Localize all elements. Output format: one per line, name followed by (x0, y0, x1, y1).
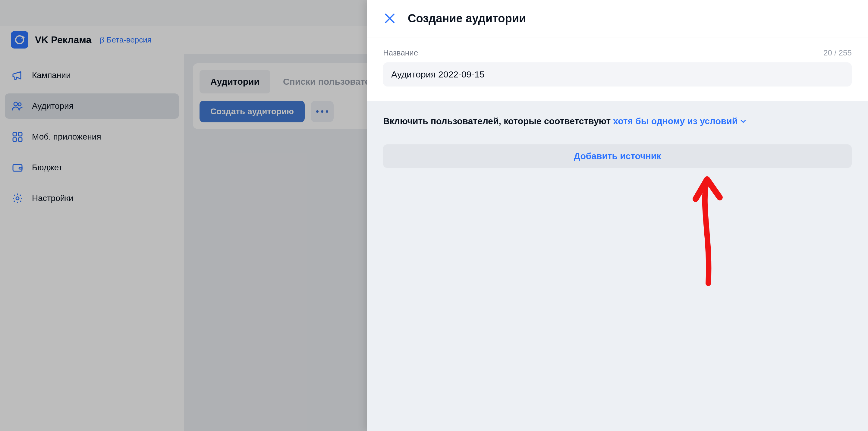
svg-point-3 (18, 103, 21, 106)
brand-name: VK Реклама (35, 34, 91, 45)
sidebar-item-budget[interactable]: Бюджет (5, 155, 179, 180)
beta-label: β Бета-версия (100, 35, 152, 44)
sidebar: Кампании Аудитория Моб. приложения Бюдже… (0, 54, 184, 431)
create-audience-button[interactable]: Создать аудиторию (199, 101, 305, 122)
sidebar-item-label: Настройки (32, 193, 73, 203)
sidebar-item-label: Бюджет (32, 163, 62, 173)
sidebar-item-audience[interactable]: Аудитория (5, 93, 179, 119)
svg-rect-5 (19, 132, 22, 136)
panel-rules-section: Включить пользователей, которые соответс… (367, 101, 868, 431)
sidebar-item-mobile-apps[interactable]: Моб. приложения (5, 124, 179, 150)
more-actions-button[interactable] (311, 101, 334, 122)
sidebar-item-campaigns[interactable]: Кампании (5, 63, 179, 88)
sidebar-item-label: Моб. приложения (32, 132, 101, 142)
sidebar-item-settings[interactable]: Настройки (5, 186, 179, 211)
sidebar-item-label: Кампании (32, 70, 71, 80)
apps-grid-icon (11, 131, 24, 143)
brand-logo-icon (11, 31, 28, 49)
svg-point-9 (16, 197, 19, 200)
sidebar-item-label: Аудитория (32, 101, 73, 111)
svg-rect-8 (13, 164, 22, 171)
svg-rect-4 (13, 132, 17, 136)
svg-rect-7 (19, 138, 22, 141)
megaphone-icon (11, 69, 24, 81)
dots-icon (316, 110, 328, 113)
close-panel-button[interactable] (383, 12, 396, 25)
chevron-down-icon (740, 118, 747, 124)
users-icon (11, 100, 24, 112)
create-audience-panel: Создание аудитории Название 20 / 255 Вкл… (367, 0, 868, 431)
wallet-icon (11, 161, 24, 174)
include-rule-text: Включить пользователей, которые соответс… (383, 116, 852, 126)
panel-title: Создание аудитории (408, 12, 526, 25)
gear-icon (11, 192, 24, 204)
tab-audiences[interactable]: Аудитории (199, 70, 270, 93)
svg-point-2 (14, 102, 18, 106)
audience-name-input[interactable] (383, 62, 852, 87)
svg-rect-6 (13, 138, 17, 141)
condition-dropdown[interactable]: хотя бы одному из условий (613, 116, 747, 126)
panel-header: Создание аудитории (367, 0, 868, 37)
name-field-label: Название (383, 48, 418, 58)
name-char-counter: 20 / 255 (824, 48, 852, 58)
panel-name-section: Название 20 / 255 (367, 37, 868, 101)
add-source-button[interactable]: Добавить источник (383, 144, 852, 168)
